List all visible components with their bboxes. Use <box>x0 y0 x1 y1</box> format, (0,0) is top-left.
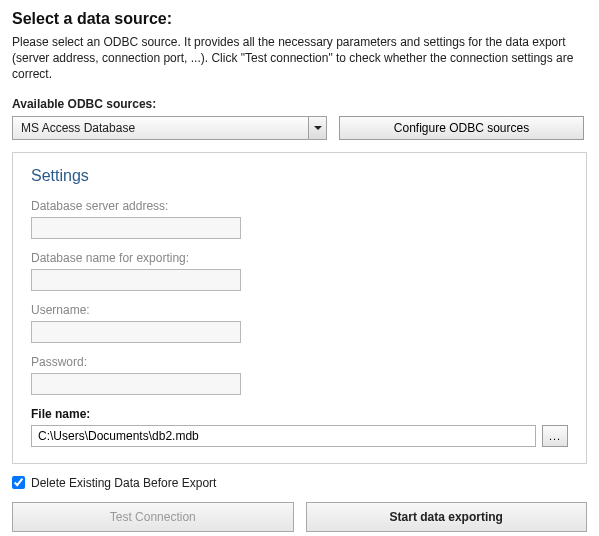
filename-input[interactable] <box>31 425 536 447</box>
database-name-label: Database name for exporting: <box>31 251 568 265</box>
browse-button[interactable]: ... <box>542 425 568 447</box>
delete-existing-row[interactable]: Delete Existing Data Before Export <box>12 476 587 490</box>
chevron-down-icon <box>314 126 322 130</box>
available-sources-label: Available ODBC sources: <box>12 97 587 111</box>
test-connection-button[interactable]: Test Connection <box>12 502 294 532</box>
delete-existing-checkbox[interactable] <box>12 476 25 489</box>
page-description: Please select an ODBC source. It provide… <box>12 34 587 83</box>
odbc-source-select[interactable]: MS Access Database <box>12 116 327 140</box>
odbc-source-selected: MS Access Database <box>13 121 308 135</box>
password-label: Password: <box>31 355 568 369</box>
server-address-label: Database server address: <box>31 199 568 213</box>
start-export-button[interactable]: Start data exporting <box>306 502 588 532</box>
dropdown-button[interactable] <box>308 117 326 139</box>
password-input[interactable] <box>31 373 241 395</box>
filename-label: File name: <box>31 407 568 421</box>
settings-panel: Settings Database server address: Databa… <box>12 152 587 464</box>
username-input[interactable] <box>31 321 241 343</box>
page-title: Select a data source: <box>12 10 587 28</box>
username-label: Username: <box>31 303 568 317</box>
server-address-input[interactable] <box>31 217 241 239</box>
configure-odbc-button[interactable]: Configure ODBC sources <box>339 116 584 140</box>
database-name-input[interactable] <box>31 269 241 291</box>
delete-existing-label: Delete Existing Data Before Export <box>31 476 216 490</box>
settings-title: Settings <box>31 167 568 185</box>
